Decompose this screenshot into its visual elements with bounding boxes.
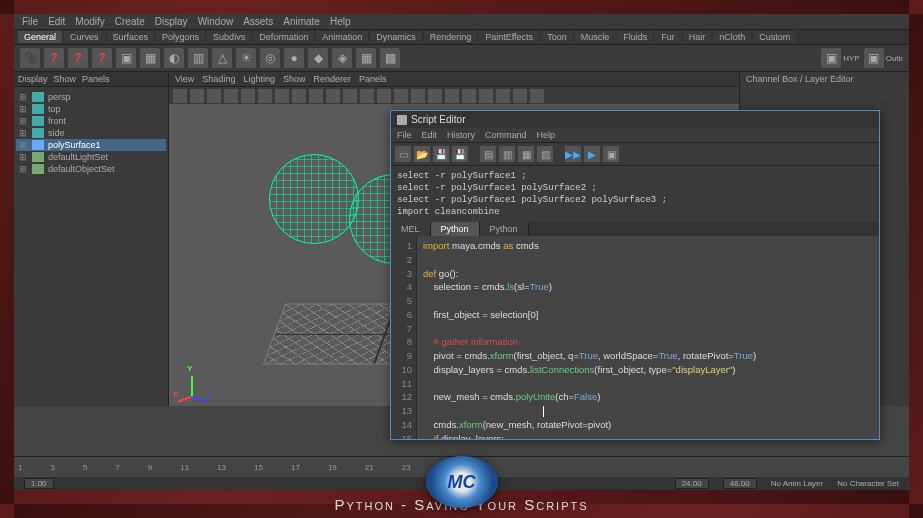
outlr-button[interactable]: ▣ xyxy=(864,48,884,68)
shelf-tab-general[interactable]: General xyxy=(18,31,62,43)
vp-tool-2[interactable] xyxy=(207,89,221,103)
shelf-tab-subdivs[interactable]: Subdivs xyxy=(207,31,251,43)
torus-icon[interactable]: ◎ xyxy=(260,48,280,68)
shelf-tab-polygons[interactable]: Polygons xyxy=(156,31,205,43)
viewport-menu-panels[interactable]: Panels xyxy=(359,74,387,84)
outliner-item-front[interactable]: ⊞front xyxy=(16,115,166,127)
vp-tool-20[interactable] xyxy=(513,89,527,103)
viewport-menu-renderer[interactable]: Renderer xyxy=(313,74,351,84)
vp-tool-19[interactable] xyxy=(496,89,510,103)
se-menu-command[interactable]: Command xyxy=(485,130,527,140)
range-end[interactable]: 24.00 xyxy=(675,478,709,489)
script-history-pane[interactable]: select -r polySurface1 ; select -r polyS… xyxy=(391,166,879,222)
vp-tool-1[interactable] xyxy=(190,89,204,103)
vp-tool-17[interactable] xyxy=(462,89,476,103)
shelf-tab-deformation[interactable]: Deformation xyxy=(253,31,314,43)
vp-tool-13[interactable] xyxy=(394,89,408,103)
script-tab-python-2[interactable]: Python xyxy=(480,222,529,236)
outliner-menu-display[interactable]: Display xyxy=(18,74,48,84)
script-editor-title[interactable]: Script Editor xyxy=(391,111,879,128)
vp-tool-8[interactable] xyxy=(309,89,323,103)
shelf-tab-surfaces[interactable]: Surfaces xyxy=(107,31,155,43)
help2-icon[interactable]: ? xyxy=(68,48,88,68)
light-icon[interactable]: ☀ xyxy=(236,48,256,68)
shelf-tab-muscle[interactable]: Muscle xyxy=(575,31,616,43)
script-tab-mel-0[interactable]: MEL xyxy=(391,222,431,236)
shelf-tab-dynamics[interactable]: Dynamics xyxy=(370,31,422,43)
menu-help[interactable]: Help xyxy=(330,16,351,27)
history-icon[interactable]: ▧ xyxy=(537,146,553,162)
clear-icon[interactable]: ▥ xyxy=(499,146,515,162)
cube-icon[interactable]: ▥ xyxy=(188,48,208,68)
mat-icon[interactable]: ● xyxy=(284,48,304,68)
se-menu-edit[interactable]: Edit xyxy=(422,130,438,140)
character-set-dropdown[interactable]: No Character Set xyxy=(837,479,899,488)
vp-tool-0[interactable] xyxy=(173,89,187,103)
shelf-add-icon[interactable]: ▣ xyxy=(603,146,619,162)
vp-tool-9[interactable] xyxy=(326,89,340,103)
vp-tool-12[interactable] xyxy=(377,89,391,103)
new-tab-icon[interactable]: ▭ xyxy=(395,146,411,162)
shelf-tab-ncloth[interactable]: nCloth xyxy=(713,31,751,43)
shelf-tab-fur[interactable]: Fur xyxy=(655,31,681,43)
vp-tool-21[interactable] xyxy=(530,89,544,103)
se-menu-help[interactable]: Help xyxy=(537,130,556,140)
menu-display[interactable]: Display xyxy=(155,16,188,27)
outliner-item-defaultobjectset[interactable]: ⊞defaultObjectSet xyxy=(16,163,166,175)
vp-tool-16[interactable] xyxy=(445,89,459,103)
save-all-icon[interactable]: 💾 xyxy=(452,146,468,162)
exec-icon[interactable]: ▶▶ xyxy=(565,146,581,162)
vp-tool-14[interactable] xyxy=(411,89,425,103)
vp-tool-5[interactable] xyxy=(258,89,272,103)
hyp-button[interactable]: ▣ xyxy=(821,48,841,68)
source-icon[interactable]: ▤ xyxy=(480,146,496,162)
viewport-menu-show[interactable]: Show xyxy=(283,74,306,84)
vp-tool-15[interactable] xyxy=(428,89,442,103)
viewport-menu-lighting[interactable]: Lighting xyxy=(243,74,275,84)
render-icon[interactable]: ▣ xyxy=(116,48,136,68)
outliner-item-side[interactable]: ⊞side xyxy=(16,127,166,139)
save-icon[interactable]: 💾 xyxy=(433,146,449,162)
render3-icon[interactable]: ▩ xyxy=(380,48,400,68)
script-editor-window[interactable]: Script Editor FileEditHistoryCommandHelp… xyxy=(390,110,880,440)
clear-all-icon[interactable]: ▦ xyxy=(518,146,534,162)
script-code-pane[interactable]: 123456789101112131415161718 import maya.… xyxy=(391,236,879,439)
range-start[interactable]: 1.00 xyxy=(24,478,54,489)
outliner-item-polysurface1[interactable]: ⊞polySurface1 xyxy=(16,139,166,151)
shelf-tab-curves[interactable]: Curves xyxy=(64,31,105,43)
se-menu-file[interactable]: File xyxy=(397,130,412,140)
menu-animate[interactable]: Animate xyxy=(283,16,320,27)
vp-tool-6[interactable] xyxy=(275,89,289,103)
help3-icon[interactable]: ? xyxy=(92,48,112,68)
shelf-tab-fluids[interactable]: Fluids xyxy=(617,31,653,43)
shelf-tab-animation[interactable]: Animation xyxy=(316,31,368,43)
sphere-wireframe-1[interactable] xyxy=(269,154,359,244)
exec-all-icon[interactable]: ▶ xyxy=(584,146,600,162)
shelf-tab-painteffects[interactable]: PaintEffects xyxy=(479,31,539,43)
vp-tool-11[interactable] xyxy=(360,89,374,103)
shelf-tab-custom[interactable]: Custom xyxy=(753,31,796,43)
se-menu-history[interactable]: History xyxy=(447,130,475,140)
shelf-tab-hair[interactable]: Hair xyxy=(683,31,712,43)
surf-icon[interactable]: ◐ xyxy=(164,48,184,68)
script-tab-python-1[interactable]: Python xyxy=(431,222,480,236)
menu-create[interactable]: Create xyxy=(115,16,145,27)
anim-layer-dropdown[interactable]: No Anim Layer xyxy=(771,479,823,488)
help-icon[interactable]: ? xyxy=(44,48,64,68)
vp-tool-3[interactable] xyxy=(224,89,238,103)
range-max[interactable]: 48.00 xyxy=(723,478,757,489)
viewport-menu-shading[interactable]: Shading xyxy=(202,74,235,84)
shelf-tab-rendering[interactable]: Rendering xyxy=(424,31,478,43)
outliner-item-top[interactable]: ⊞top xyxy=(16,103,166,115)
vp-tool-18[interactable] xyxy=(479,89,493,103)
viewport-menu-view[interactable]: View xyxy=(175,74,194,84)
shelf-tab-toon[interactable]: Toon xyxy=(541,31,573,43)
menu-assets[interactable]: Assets xyxy=(243,16,273,27)
vp-tool-10[interactable] xyxy=(343,89,357,103)
outliner-menu-show[interactable]: Show xyxy=(54,74,77,84)
tool2-icon[interactable]: ◈ xyxy=(332,48,352,68)
lattice-icon[interactable]: ▦ xyxy=(140,48,160,68)
vp-tool-4[interactable] xyxy=(241,89,255,103)
menu-file[interactable]: File xyxy=(22,16,38,27)
tool1-icon[interactable]: ◆ xyxy=(308,48,328,68)
